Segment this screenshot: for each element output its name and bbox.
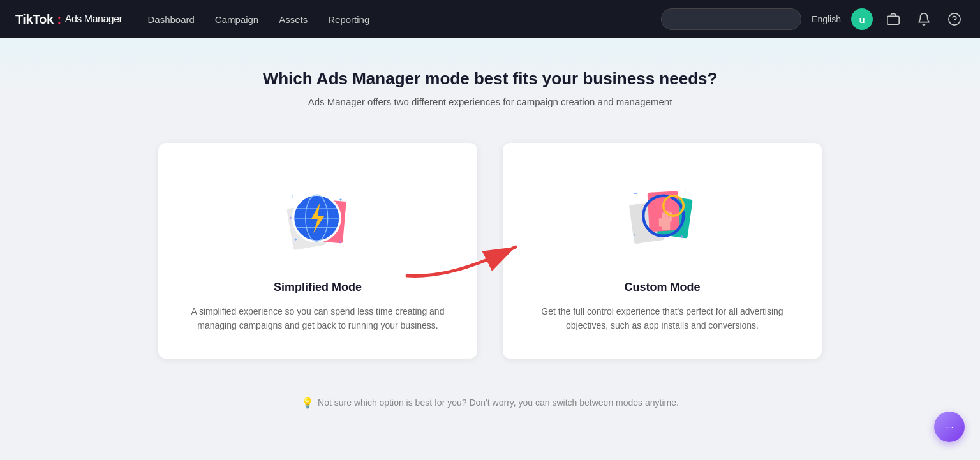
footer-note-text: Not sure which option is best for you? D… [318, 397, 679, 408]
brand-dot: : [57, 12, 61, 27]
help-icon[interactable] [944, 9, 965, 29]
custom-icon-area: + + ✦ + [611, 166, 713, 268]
cards-wrapper: + + + ✦ ✦ Simplified Mode A simplified e… [0, 128, 980, 397]
custom-mode-card[interactable]: + + ✦ + Custom Mode Get the full control… [503, 143, 822, 359]
simplified-illustration: + + + ✦ ✦ [273, 172, 362, 262]
avatar[interactable]: u [851, 8, 873, 30]
svg-text:+: + [291, 193, 295, 200]
svg-rect-22 [662, 212, 665, 223]
nav-campaign[interactable]: Campaign [215, 14, 258, 25]
svg-rect-24 [669, 212, 672, 222]
svg-text:+: + [634, 189, 637, 197]
briefcase-icon[interactable] [883, 9, 903, 29]
svg-text:✦: ✦ [680, 234, 684, 239]
hero-subtitle: Ads Manager offers two different experie… [0, 96, 980, 107]
language-selector[interactable]: English [812, 14, 841, 24]
svg-text:+: + [683, 188, 687, 195]
bell-icon[interactable] [914, 9, 934, 29]
svg-point-1 [949, 13, 960, 25]
chat-icon: ··· [945, 422, 954, 432]
svg-text:+: + [339, 197, 342, 203]
search-input[interactable] [661, 8, 801, 30]
nav-links: Dashboard Campaign Assets Reporting [147, 14, 661, 25]
custom-mode-desc: Get the full control experience that's p… [528, 304, 796, 333]
simplified-mode-desc: A simplified experience so you can spend… [184, 304, 452, 333]
footer-note-section: 💡 Not sure which option is best for you?… [0, 397, 980, 429]
hero-title: Which Ads Manager mode best fits your bu… [0, 69, 980, 89]
simplified-icon-area: + + + ✦ ✦ [267, 166, 369, 268]
svg-rect-25 [659, 218, 662, 227]
chat-bubble-button[interactable]: ··· [934, 412, 965, 442]
brand-logo[interactable]: TikTok: Ads Manager [15, 12, 122, 27]
navbar: TikTok: Ads Manager Dashboard Campaign A… [0, 0, 980, 38]
navbar-right: English u [661, 8, 965, 30]
brand-ads-text: Ads Manager [65, 13, 122, 25]
simplified-mode-card[interactable]: + + + ✦ ✦ Simplified Mode A simplified e… [158, 143, 477, 359]
nav-dashboard[interactable]: Dashboard [147, 14, 194, 25]
svg-text:✦: ✦ [289, 216, 293, 220]
simplified-mode-title: Simplified Mode [274, 281, 362, 294]
svg-text:✦: ✦ [338, 240, 342, 244]
brand-tiktok-text: TikTok [15, 12, 54, 27]
nav-assets[interactable]: Assets [279, 14, 308, 25]
svg-text:+: + [294, 237, 297, 243]
nav-reporting[interactable]: Reporting [328, 14, 369, 25]
hero-section: Which Ads Manager mode best fits your bu… [0, 38, 980, 128]
lightbulb-icon: 💡 [301, 397, 314, 409]
custom-illustration: + + ✦ + [618, 172, 707, 262]
custom-mode-title: Custom Mode [625, 281, 701, 294]
svg-rect-0 [887, 16, 899, 24]
svg-text:+: + [634, 233, 636, 237]
